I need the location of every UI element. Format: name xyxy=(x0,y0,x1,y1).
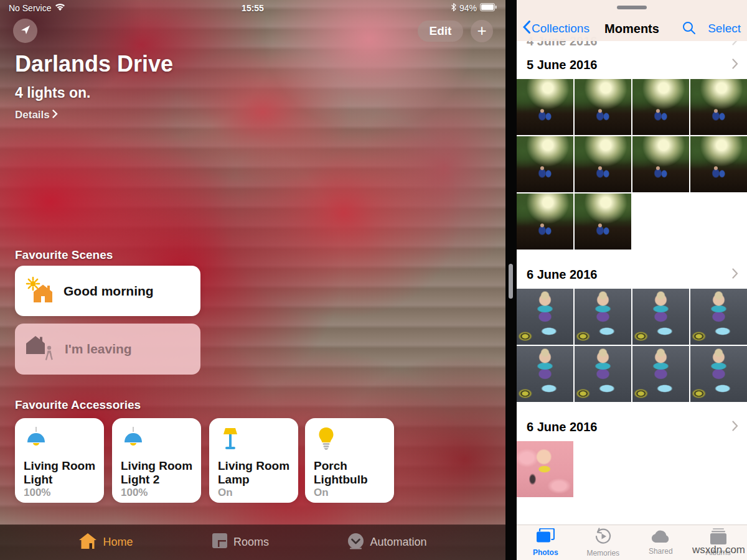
photo-thumbnail[interactable] xyxy=(517,346,573,402)
bluetooth-icon xyxy=(451,3,456,13)
add-button[interactable]: + xyxy=(471,20,493,42)
pendant-lamp-icon xyxy=(24,426,96,454)
home-icon xyxy=(78,533,97,553)
floor-lamp-icon xyxy=(218,426,291,454)
photos-nav-bar: Collections Moments Select xyxy=(517,0,747,41)
select-button[interactable]: Select xyxy=(708,19,741,39)
clock: 15:55 xyxy=(0,3,505,13)
photo-grid xyxy=(517,289,747,402)
accessory-name: Living Room Light xyxy=(24,459,96,487)
split-view-divider xyxy=(505,0,517,560)
tab-shared[interactable]: Shared xyxy=(632,525,690,560)
edit-button[interactable]: Edit xyxy=(418,21,463,42)
photo-thumbnail[interactable] xyxy=(575,136,631,192)
rooms-icon xyxy=(212,533,228,552)
memories-icon xyxy=(594,528,612,548)
accessory-status: On xyxy=(218,487,291,499)
search-button[interactable] xyxy=(682,21,696,37)
home-app-pane: No Service 15:55 94% Edit + Darlands Dri… xyxy=(0,0,505,560)
scene-label: Good morning xyxy=(63,284,154,299)
scene-good-morning[interactable]: Good morning xyxy=(15,266,200,316)
tab-home[interactable]: Home xyxy=(78,533,133,553)
photo-thumbnail[interactable] xyxy=(575,346,631,402)
photo-thumbnail[interactable] xyxy=(517,441,573,497)
chevron-right-icon xyxy=(52,109,58,121)
scene-label: I'm leaving xyxy=(65,342,132,357)
moment-date: 6 June 2016 xyxy=(527,420,597,434)
photo-thumbnail[interactable] xyxy=(517,194,573,250)
photo-thumbnail[interactable] xyxy=(632,289,689,345)
battery-icon xyxy=(480,3,497,13)
photo-thumbnail[interactable] xyxy=(690,346,747,402)
moment-date: 5 June 2016 xyxy=(527,58,597,72)
photo-thumbnail[interactable] xyxy=(575,289,631,345)
home-title: Darlands Drive xyxy=(15,51,173,77)
photo-thumbnail[interactable] xyxy=(575,194,631,250)
location-arrow-icon xyxy=(20,24,31,38)
accessory-name: Porch Lightbulb xyxy=(314,459,387,487)
tab-automation[interactable]: Automation xyxy=(347,533,426,553)
cloud-icon xyxy=(651,530,670,546)
photo-thumbnail[interactable] xyxy=(632,79,689,135)
photo-grid xyxy=(517,441,747,497)
house-sun-icon xyxy=(25,276,55,307)
house-person-icon xyxy=(25,334,56,365)
moment-date: 6 June 2016 xyxy=(527,268,597,282)
photo-thumbnail[interactable] xyxy=(632,346,689,402)
accessory-porch-lightbulb[interactable]: Porch Lightbulb On xyxy=(305,418,394,503)
photo-thumbnail[interactable] xyxy=(517,136,573,192)
accessory-name: Living Room Light 2 xyxy=(121,459,194,487)
lights-status: 4 lights on. xyxy=(15,85,90,101)
photo-thumbnail[interactable] xyxy=(690,136,747,192)
battery-percent: 94% xyxy=(459,3,477,13)
photo-thumbnail[interactable] xyxy=(632,136,689,192)
favourite-accessories-header: Favourite Accessories xyxy=(15,398,141,412)
tab-photos[interactable]: Photos xyxy=(517,525,575,560)
photo-thumbnail[interactable] xyxy=(575,79,631,135)
accessory-living-room-lamp[interactable]: Living Room Lamp On xyxy=(209,418,298,503)
moment-section-header[interactable]: 6 June 2016 xyxy=(517,416,747,438)
accessory-living-room-light[interactable]: Living Room Light 100% xyxy=(15,418,104,503)
chevron-right-icon xyxy=(732,268,738,281)
photos-stack-icon xyxy=(536,528,555,547)
scene-im-leaving[interactable]: I'm leaving xyxy=(15,324,200,375)
photo-thumbnail[interactable] xyxy=(517,79,573,135)
lightbulb-icon xyxy=(314,426,387,454)
watermark: wsxdn.com xyxy=(692,544,745,556)
slide-over-handle[interactable] xyxy=(617,6,647,9)
details-link[interactable]: Details xyxy=(15,109,58,121)
search-icon xyxy=(682,26,696,37)
moment-section-header[interactable]: 5 June 2016 xyxy=(517,54,747,76)
moments-sections: 5 June 20166 June 20166 June 2016 xyxy=(517,49,747,525)
photos-app-pane: 4 June 2016 Collections Moments Select 5… xyxy=(517,0,747,560)
automation-icon xyxy=(347,533,364,553)
photo-thumbnail[interactable] xyxy=(690,289,747,345)
favourite-scenes-header: Favourite Scenes xyxy=(15,248,113,262)
accessory-status: 100% xyxy=(121,487,194,499)
photo-grid xyxy=(517,79,747,250)
chevron-right-icon xyxy=(732,421,738,434)
chevron-right-icon xyxy=(732,58,738,72)
accessory-name: Living Room Lamp xyxy=(218,459,291,487)
split-view-drag-handle[interactable] xyxy=(509,264,513,299)
moment-section-header[interactable]: 6 June 2016 xyxy=(517,263,747,286)
home-tab-bar: Home Rooms Automation xyxy=(0,525,505,560)
tab-rooms[interactable]: Rooms xyxy=(212,533,269,552)
accessory-living-room-light-2[interactable]: Living Room Light 2 100% xyxy=(112,418,201,503)
status-bar: No Service 15:55 94% xyxy=(0,0,505,16)
location-button[interactable] xyxy=(13,19,37,43)
tab-memories[interactable]: Memories xyxy=(575,525,632,560)
photo-thumbnail[interactable] xyxy=(690,79,747,135)
photo-thumbnail[interactable] xyxy=(517,289,573,345)
pendant-lamp-icon xyxy=(121,426,194,454)
accessory-status: 100% xyxy=(24,487,96,499)
accessory-status: On xyxy=(314,487,387,499)
